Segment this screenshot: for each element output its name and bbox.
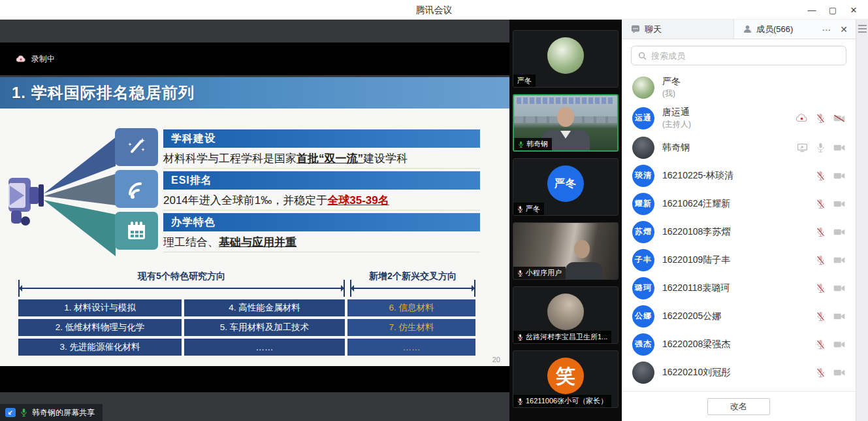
avatar: 笑 [547, 358, 584, 394]
camera-off-icon[interactable] [833, 172, 845, 180]
member-role: (主持人) [662, 119, 691, 130]
member-row[interactable]: 严冬 (我) [622, 72, 856, 103]
mic-muted-icon[interactable] [816, 283, 825, 294]
member-name: 16220109陆子丰 [662, 254, 730, 266]
member-row[interactable]: 子丰 16220109陆子丰 [622, 246, 856, 274]
recording-bar: 录制中 [0, 42, 509, 75]
member-name: 唐运通 [662, 107, 691, 118]
camera-off-icon[interactable] [833, 312, 845, 320]
avatar: 公娜 [632, 305, 654, 328]
video-tile[interactable]: 笑 16211006张小可（家长） [513, 350, 619, 408]
participant-name: 严冬 [517, 76, 532, 86]
avatar: 苏熠 [632, 221, 654, 243]
avatar: 琰清 [632, 165, 654, 187]
slide-title-banner: 1. 学科国际排名稳居前列 [0, 77, 509, 109]
shared-screen-area: 录制中 1. 学科国际排名稳居前列 [0, 20, 509, 421]
mic-on-icon[interactable] [816, 143, 825, 153]
avatar [547, 294, 584, 330]
camera-muted-icon[interactable] [833, 114, 845, 122]
video-tile-active-speaker[interactable]: 韩奇钢 [513, 94, 619, 152]
avatar: 运通 [632, 107, 654, 129]
video-tile[interactable]: 严冬 [513, 30, 619, 88]
member-row[interactable]: 运通 唐运通 (主持人) [622, 103, 856, 133]
panel-footer: 改名 [622, 391, 856, 421]
camera-off-icon[interactable] [833, 200, 845, 208]
member-row[interactable]: 韩奇钢 [622, 133, 856, 161]
tab-members[interactable]: 成员(566) ··· ✕ [734, 20, 856, 39]
search-members-input[interactable] [651, 51, 839, 61]
slide-title: 1. 学科国际排名稳居前列 [0, 82, 195, 103]
window-title: 腾讯会议 [0, 0, 868, 20]
video-tile[interactable]: 岔路河村李宝昌卫生所1... [513, 286, 619, 344]
cloud-recording-icon [796, 114, 808, 122]
panel-close-button[interactable]: ✕ [840, 25, 848, 34]
minimize-button[interactable]: — [801, 0, 822, 20]
members-panel: 聊天 成员(566) ··· ✕ 严冬 (我) [622, 20, 856, 421]
tencent-meeting-window: 腾讯会议 — ▢ ✕ 录制中 1. 学科国际排名稳居前列 [0, 0, 868, 421]
slide-letterbox [0, 366, 509, 392]
maximize-button[interactable]: ▢ [822, 0, 843, 20]
calendar-icon [115, 212, 158, 250]
mic-muted-icon[interactable] [816, 113, 825, 124]
panel-more-button[interactable]: ··· [822, 25, 831, 34]
member-name: 16220118裴璐珂 [662, 282, 730, 294]
wifi-signal-icon [115, 170, 158, 208]
screen-sharing-icon [797, 143, 808, 152]
avatar: 耀新 [632, 193, 654, 215]
avatar [632, 362, 654, 384]
mic-muted-icon[interactable] [816, 227, 825, 237]
table-group-existing: 现有5个特色研究方向 [18, 271, 345, 295]
camera-off-icon[interactable] [833, 341, 845, 348]
camera-off-icon[interactable] [833, 228, 845, 236]
participant-name: 岔路河村李宝昌卫生所1... [526, 332, 607, 342]
table-group-new: 新增2个新兴交叉方向 [350, 271, 475, 295]
panel-edge-strip[interactable] [856, 20, 868, 421]
avatar: 子丰 [632, 249, 654, 271]
title-bar: 腾讯会议 — ▢ ✕ [0, 0, 868, 20]
member-search [622, 39, 856, 69]
mic-muted-icon[interactable] [816, 255, 825, 265]
mic-muted-icon[interactable] [816, 171, 825, 181]
mic-muted-icon[interactable] [816, 199, 825, 209]
mic-muted-icon[interactable] [816, 339, 825, 350]
member-name: 16220210刘冠彤 [662, 367, 730, 379]
section-text: 2014年进入全球前1‰，并稳定于全球35-39名 [163, 191, 480, 210]
mic-on-icon [518, 141, 524, 148]
member-row[interactable]: 璐珂 16220118裴璐珂 [622, 274, 856, 302]
recording-label: 录制中 [31, 54, 55, 65]
member-row[interactable]: 苏熠 16220108李苏熠 [622, 218, 856, 246]
camera-off-icon[interactable] [833, 256, 845, 264]
rename-button[interactable]: 改名 [707, 398, 770, 415]
section-text: 材料科学与工程学科是国家首批“双一流” 建设学科 [163, 149, 480, 169]
member-row[interactable]: 强杰 16220208梁强杰 [622, 330, 856, 358]
section-header: 学科建设 [163, 129, 480, 148]
mic-muted-icon [517, 269, 523, 277]
participant-name: 韩奇钢 [526, 139, 548, 149]
member-row[interactable]: 耀新 16210624汪耀新 [622, 190, 856, 218]
member-name: 16220208梁强杰 [662, 339, 730, 350]
section-header: ESI排名 [163, 171, 480, 190]
close-button[interactable]: ✕ [843, 0, 864, 20]
video-tile[interactable]: 严冬 严冬 [513, 158, 619, 216]
mic-muted-icon[interactable] [816, 311, 825, 322]
member-name: 严冬 [662, 76, 681, 88]
mic-muted-icon [517, 205, 523, 213]
camera-off-icon[interactable] [833, 284, 845, 292]
member-row[interactable]: 公娜 16220205公娜 [622, 302, 856, 330]
member-name: 16210225-林琰清 [662, 170, 733, 182]
tab-chat[interactable]: 聊天 [622, 20, 734, 39]
screen-share-label: 韩奇钢的屏幕共享 [32, 407, 95, 418]
member-row[interactable]: 琰清 16210225-林琰清 [622, 161, 856, 190]
mic-on-icon [20, 408, 27, 417]
camera-on-icon[interactable] [833, 144, 845, 152]
mic-muted-icon[interactable] [816, 367, 825, 378]
members-icon [743, 25, 752, 33]
chat-icon [631, 25, 640, 33]
table-row: 2. 低维材料物理与化学 5. 车用材料及加工技术 7. 仿生材料 [18, 319, 475, 336]
member-name: 16220108李苏熠 [662, 226, 730, 238]
video-tile[interactable]: 小程序用户 [513, 222, 619, 280]
member-name: 16220205公娜 [662, 311, 721, 322]
camera-off-icon[interactable] [833, 369, 845, 377]
member-row[interactable]: 16220210刘冠彤 [622, 358, 856, 386]
mic-muted-icon [517, 397, 523, 405]
